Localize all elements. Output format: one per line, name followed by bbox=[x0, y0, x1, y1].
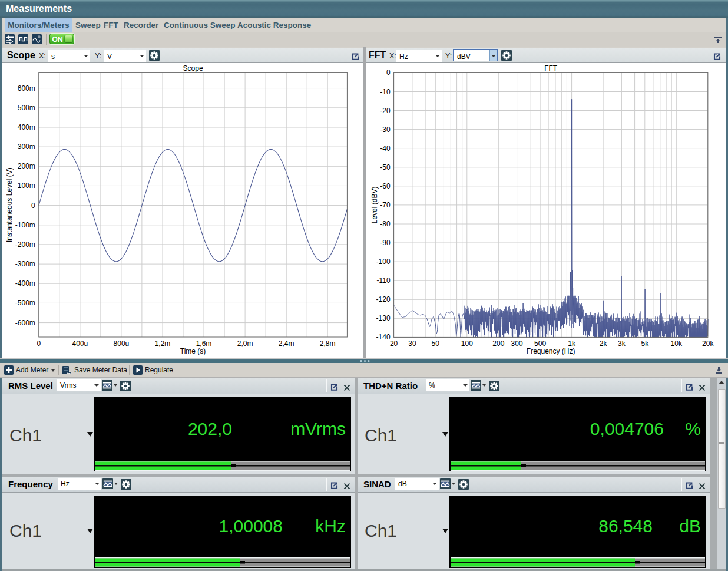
svg-text:2,8m: 2,8m bbox=[320, 339, 336, 348]
svg-text:-600m: -600m bbox=[15, 319, 35, 327]
svg-text:-40: -40 bbox=[380, 144, 391, 153]
svg-text:Frequency (Hz): Frequency (Hz) bbox=[527, 347, 575, 355]
svg-text:ON: ON bbox=[52, 35, 63, 44]
svg-text:1,2m: 1,2m bbox=[155, 339, 171, 348]
svg-text:Level (dBV): Level (dBV) bbox=[370, 187, 379, 224]
svg-text:20k: 20k bbox=[702, 339, 714, 348]
svg-text:-120: -120 bbox=[376, 295, 391, 303]
svg-text:600m: 600m bbox=[18, 84, 35, 93]
svg-text:-50: -50 bbox=[380, 163, 391, 171]
svg-text:1,6m: 1,6m bbox=[196, 339, 212, 348]
svg-text:-200m: -200m bbox=[15, 240, 35, 249]
svg-text:500m: 500m bbox=[18, 104, 35, 112]
svg-text:2,4m: 2,4m bbox=[279, 339, 294, 348]
svg-text:-20: -20 bbox=[380, 107, 391, 115]
svg-text:-100: -100 bbox=[376, 258, 391, 266]
svg-text:800u: 800u bbox=[114, 339, 130, 348]
svg-text:5k: 5k bbox=[641, 339, 649, 348]
svg-text:-130: -130 bbox=[376, 314, 391, 322]
svg-text:20: 20 bbox=[390, 339, 398, 348]
svg-text:400m: 400m bbox=[18, 123, 35, 131]
svg-text:50: 50 bbox=[432, 339, 440, 348]
svg-text:-110: -110 bbox=[376, 276, 390, 285]
svg-text:500: 500 bbox=[534, 339, 546, 348]
svg-text:2,0m: 2,0m bbox=[237, 339, 253, 348]
svg-text:-500m: -500m bbox=[15, 299, 35, 307]
svg-text:10k: 10k bbox=[671, 339, 683, 348]
svg-text:Instantaneous Level (V): Instantaneous Level (V) bbox=[5, 167, 14, 242]
svg-text:0: 0 bbox=[31, 202, 35, 210]
svg-text:Time (s): Time (s) bbox=[180, 347, 206, 355]
svg-text:0: 0 bbox=[37, 339, 41, 348]
svg-text:-90: -90 bbox=[380, 239, 391, 247]
svg-text:100: 100 bbox=[461, 339, 473, 348]
svg-text:1k: 1k bbox=[568, 339, 576, 348]
svg-text:300: 300 bbox=[511, 339, 523, 348]
svg-text:200m: 200m bbox=[18, 162, 35, 170]
svg-text:200: 200 bbox=[492, 339, 504, 348]
svg-text:-300m: -300m bbox=[15, 260, 35, 268]
svg-text:-400m: -400m bbox=[15, 279, 35, 288]
svg-text:100m: 100m bbox=[18, 181, 35, 190]
svg-text:30: 30 bbox=[408, 339, 416, 348]
svg-text:-70: -70 bbox=[380, 201, 391, 209]
svg-text:2k: 2k bbox=[600, 339, 608, 348]
svg-text:-140: -140 bbox=[376, 333, 391, 341]
svg-text:FFT: FFT bbox=[544, 64, 558, 72]
svg-text:400u: 400u bbox=[72, 339, 88, 348]
svg-text:-10: -10 bbox=[380, 88, 391, 96]
svg-text:3k: 3k bbox=[618, 339, 626, 348]
svg-text:300m: 300m bbox=[18, 143, 35, 151]
svg-text:-60: -60 bbox=[380, 182, 391, 190]
svg-text:-80: -80 bbox=[380, 220, 391, 228]
svg-text:-100m: -100m bbox=[15, 221, 35, 229]
svg-text:-30: -30 bbox=[380, 126, 391, 134]
svg-text:Scope: Scope bbox=[183, 64, 203, 72]
svg-text:0: 0 bbox=[386, 68, 391, 77]
